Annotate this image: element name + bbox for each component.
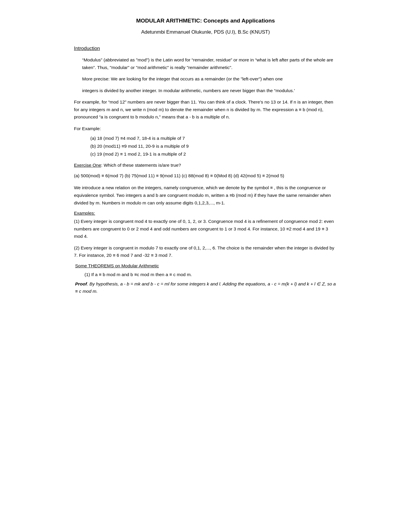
intro-paragraph-3: integers is divided by another integer. …: [82, 87, 337, 94]
exercise-label-text: Exercise One: [74, 163, 101, 168]
theorems-heading: Some THEOREMS on Modular Arithmetic: [75, 263, 337, 268]
theorem-1: (1) If a ≡ b mod m and b ≡c mod m then a…: [84, 271, 337, 278]
examples2-2: (2) Every integer is congruent in modulo…: [74, 244, 337, 259]
document-page: MODULAR ARITHMETIC: Concepts and Applica…: [74, 18, 337, 301]
example-list-item-3: (c) 19 (mod 2) ≡ 1 mod 2, 19-1 is a mult…: [90, 150, 337, 158]
examples-heading: Examples:: [74, 211, 337, 216]
proof-block: Proof. By hypothesis, a - b = mk and b -…: [75, 280, 337, 295]
exercise-label: Exercise One: Which of these statements …: [74, 163, 337, 168]
introduction-section: Introduction “Modulus” (abbreviated as "…: [74, 46, 337, 295]
for-example-label: For Example:: [74, 125, 337, 132]
introduction-heading: Introduction: [74, 46, 337, 51]
proof-text: . By hypothesis, a - b = mk and b - c = …: [75, 281, 336, 294]
intro-paragraph-4: For example, for “mod 12” numbers are ne…: [74, 98, 337, 121]
example-list-1: (a) 18 (mod 7) ≡4 mod 7, 18-4 is a multi…: [90, 134, 337, 158]
document-author: Adetunmbi Emmanuel Olukunle, PDS (U.I), …: [74, 29, 337, 35]
document-title: MODULAR ARITHMETIC: Concepts and Applica…: [74, 18, 337, 24]
proof-label: Proof: [75, 281, 87, 286]
exercise-items: (a) 500(mod) ≡ 6(mod 7) (b) 75(mod 11) ≡…: [74, 172, 337, 180]
exercise-question: : Which of these statements is/are true?: [101, 163, 181, 168]
intro-paragraph-1: “Modulus” (abbreviated as "mod") is the …: [82, 56, 337, 71]
example-list-item-2: (b) 20 (mod11) ≡9 mod 11, 20-9 is a mult…: [90, 142, 337, 150]
intro-paragraph-2: More precise: We are looking for the int…: [82, 75, 337, 83]
examples2-1: (1) Every integer is congruent mod 4 to …: [74, 218, 337, 240]
example-list-item-1: (a) 18 (mod 7) ≡4 mod 7, 18-4 is a multi…: [90, 134, 337, 142]
intro-paragraph-5: We introduce a new relation on the integ…: [74, 184, 337, 206]
